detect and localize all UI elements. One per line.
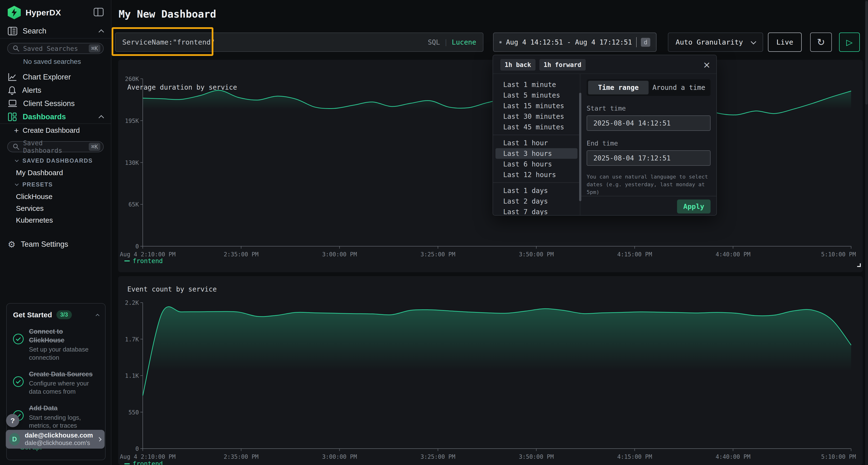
live-button[interactable]: Live — [768, 33, 802, 52]
page-title: My New Dashboard — [119, 8, 216, 20]
create-dashboard-button[interactable]: + Create Dashboard — [0, 124, 111, 137]
chevron-up-icon[interactable] — [96, 314, 100, 318]
chevron-down-icon — [15, 182, 19, 186]
svg-text:4:15:00 PM: 4:15:00 PM — [617, 251, 652, 258]
sidebar-item-kubernetes[interactable]: Kubernetes — [0, 214, 111, 226]
page-scrollbar-thumb[interactable] — [865, 1, 868, 105]
section-presets[interactable]: PRESETS — [0, 178, 111, 191]
apply-button[interactable]: Apply — [677, 199, 711, 213]
saved-searches-placeholder: Saved Searches — [23, 45, 78, 52]
time-range-option[interactable]: Last 1 minute — [493, 79, 580, 90]
get-started-item[interactable]: Create Data Sources Configure where your… — [13, 370, 99, 396]
saved-searches-input[interactable]: Saved Searches ⌘K — [7, 43, 104, 54]
search-icon — [12, 45, 20, 52]
svg-text:3:25:00 PM: 3:25:00 PM — [421, 454, 456, 460]
sidebar-item-dashboards[interactable]: Dashboards — [0, 110, 111, 123]
sidebar-item-label: Alerts — [22, 86, 41, 95]
svg-text:550: 550 — [128, 409, 139, 416]
run-query-button[interactable]: ▷ — [839, 33, 860, 52]
saved-dashboards-input[interactable]: Saved Dashboards ⌘K — [7, 141, 104, 152]
shift-1h-back-button[interactable]: 1h back — [500, 59, 535, 71]
time-range-option[interactable]: Last 1 days — [493, 185, 580, 196]
svg-text:260K: 260K — [125, 76, 139, 82]
brand-title: HyperDX — [26, 8, 61, 18]
user-profile-chip[interactable]: D dale@clickhouse.com dale@clickhouse.co… — [6, 430, 105, 449]
granularity-value: Auto Granularity — [676, 38, 743, 46]
chevron-down-icon — [751, 39, 756, 44]
sidebar-item-services[interactable]: Services — [0, 202, 111, 214]
sidebar-item-client-sessions[interactable]: Client Sessions — [0, 97, 111, 110]
svg-text:2.2K: 2.2K — [125, 299, 139, 306]
get-started-item-desc: Set up your database connection — [29, 345, 99, 362]
time-range-option[interactable]: Last 6 hours — [493, 159, 580, 169]
end-time-label: End time — [587, 139, 711, 147]
divider — [493, 182, 580, 183]
shift-1h-forward-button[interactable]: 1h forward — [539, 59, 586, 71]
chart-legend[interactable]: frontend — [124, 257, 163, 265]
hyperdx-logo-icon — [8, 6, 21, 19]
page-scrollbar[interactable] — [865, 0, 868, 465]
sql-mode-toggle[interactable]: SQL — [428, 38, 440, 46]
time-range-option-selected[interactable]: Last 3 hours — [495, 148, 578, 159]
list-scrollbar-thumb[interactable] — [579, 93, 581, 201]
dashboards-icon — [8, 112, 17, 122]
time-range-option[interactable]: Last 45 minutes — [493, 122, 580, 132]
time-range-option[interactable]: Last 7 days — [493, 206, 580, 215]
client-sessions-icon — [8, 100, 18, 108]
alerts-bell-icon — [8, 86, 17, 95]
play-icon: ▷ — [846, 37, 852, 47]
sidebar-item-search[interactable]: Search — [0, 24, 111, 38]
time-range-option[interactable]: Last 15 minutes — [493, 100, 580, 111]
time-range-input[interactable]: Aug 4 14:12:51 - Aug 4 17:12:51 d — [493, 33, 656, 52]
refresh-icon: ↻ — [817, 37, 825, 48]
section-saved-dashboards[interactable]: SAVED DASHBOARDS — [0, 155, 111, 167]
get-started-progress-badge: 3/3 — [56, 310, 72, 319]
sidebar-collapse-icon[interactable] — [94, 8, 104, 18]
tab-time-range[interactable]: Time range — [588, 81, 649, 94]
svg-text:5:10:00 PM: 5:10:00 PM — [821, 454, 856, 460]
get-started-item-desc: Start sending logs, metrics, or traces — [29, 414, 99, 430]
time-range-value: Aug 4 14:12:51 - Aug 4 17:12:51 — [506, 38, 632, 46]
create-dashboard-label: Create Dashboard — [23, 127, 80, 134]
area-chart-event-count: 05501.1K1.7K2.2KAug 4 2:10:00 PM2:35:00 … — [118, 276, 863, 465]
granularity-select[interactable]: Auto Granularity — [668, 33, 763, 52]
get-started-item[interactable]: Add Data Start sending logs, metrics, or… — [13, 404, 99, 430]
time-range-option[interactable]: Last 2 days — [493, 196, 580, 206]
refresh-button[interactable]: ↻ — [810, 33, 832, 52]
time-range-option[interactable]: Last 5 minutes — [493, 90, 580, 100]
svg-text:130K: 130K — [125, 160, 139, 166]
team-settings-button[interactable]: ⚙ Team Settings — [0, 237, 111, 252]
svg-text:1.1K: 1.1K — [125, 372, 139, 379]
get-started-item-title: Connect to ClickHouse — [29, 328, 64, 344]
chart-legend[interactable]: frontend — [124, 460, 163, 465]
time-range-option[interactable]: Last 12 hours — [493, 169, 580, 180]
panel-resize-handle[interactable] — [857, 263, 861, 267]
chart-panel-event-count[interactable]: Event count by service 05501.1K1.7K2.2KA… — [118, 276, 863, 465]
sidebar-item-clickhouse[interactable]: ClickHouse — [0, 191, 111, 202]
sidebar-item-chart-explorer[interactable]: Chart Explorer — [0, 70, 111, 84]
dashboard-filter-input[interactable]: ServiceName:"frontend" SQL | Lucene — [115, 33, 484, 52]
sidebar-item-my-dashboard[interactable]: My Dashboard — [0, 167, 111, 178]
svg-text:4:40:00 PM: 4:40:00 PM — [716, 251, 751, 258]
time-range-option[interactable]: Last 30 minutes — [493, 111, 580, 122]
legend-line-swatch — [124, 463, 130, 464]
sidebar-item-alerts[interactable]: Alerts — [0, 84, 111, 97]
end-time-input[interactable]: 2025-08-04 17:12:51 — [587, 150, 711, 166]
svg-text:5:10:00 PM: 5:10:00 PM — [821, 251, 856, 258]
legend-label: frontend — [133, 257, 163, 265]
get-started-item[interactable]: Connect to ClickHouse Set up your databa… — [13, 327, 99, 362]
chevron-up-icon — [99, 115, 104, 121]
dashboard-link-label: My Dashboard — [16, 169, 63, 177]
chart-panel-average-duration[interactable]: Average duration by service 065K130K195K… — [118, 60, 863, 272]
time-picker-tabs: Time range Around a time — [587, 79, 711, 96]
no-saved-searches-text: No saved searches — [23, 58, 111, 66]
tab-around-a-time[interactable]: Around a time — [649, 81, 709, 94]
start-time-input[interactable]: 2025-08-04 14:12:51 — [587, 115, 711, 131]
kbd-d-badge: d — [641, 38, 650, 47]
lucene-mode-toggle[interactable]: Lucene — [452, 38, 476, 46]
time-range-option[interactable]: Last 1 hour — [493, 138, 580, 148]
close-icon[interactable]: × — [703, 60, 711, 70]
help-button[interactable]: ? — [6, 414, 19, 427]
chevron-right-icon — [97, 437, 101, 442]
sidebar-item-label: Dashboards — [23, 112, 66, 121]
